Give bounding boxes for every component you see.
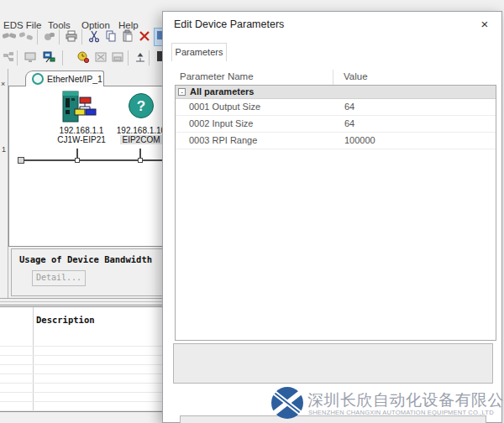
- bandwidth-title: Usage of Device Bandwidth: [19, 254, 152, 264]
- edit-device-parameters-dialog: Edit Device Parameters × Parameters Para…: [162, 11, 502, 423]
- splitter[interactable]: [0, 301, 168, 302]
- collapse-icon[interactable]: -: [178, 88, 186, 96]
- group-row-all-parameters[interactable]: - All parameters: [176, 86, 496, 99]
- docked-panel-digit: 1: [2, 145, 6, 154]
- parameter-value[interactable]: 100000: [344, 135, 375, 145]
- toolbar-separator: [59, 29, 60, 44]
- changxin-logo-icon: [270, 386, 304, 420]
- menu-bar: EDS File Tools Option Help: [0, 8, 168, 25]
- parameter-name: 0002 Input Size: [189, 118, 253, 128]
- copy-icon[interactable]: [103, 29, 118, 44]
- column-divider[interactable]: [333, 70, 333, 85]
- paste-icon[interactable]: [120, 29, 135, 44]
- toolbar-network: [0, 49, 168, 67]
- cancel-table-icon[interactable]: [93, 50, 108, 65]
- device-model: CJ1W-EIP21: [50, 135, 113, 144]
- save-table-icon[interactable]: [110, 50, 125, 65]
- cut-icon[interactable]: [87, 29, 102, 44]
- toolbar-separator: [149, 50, 150, 65]
- description-list: Description: [0, 305, 168, 412]
- network-tab-label: EtherNet/IP_1: [47, 74, 102, 84]
- table-row[interactable]: 0001 Output Size 64: [176, 99, 496, 116]
- toolbar-separator: [81, 29, 82, 44]
- toolbar-separator: [128, 50, 129, 65]
- print-icon[interactable]: [64, 29, 79, 44]
- parameter-help-box: [173, 343, 493, 384]
- close-icon[interactable]: ×: [476, 16, 493, 33]
- connect-icon[interactable]: [2, 29, 17, 44]
- network-canvas[interactable]: 192.168.1.1 CJ1W-EIP21 ? 192.168.1.10 EI…: [8, 86, 169, 247]
- upload-network-icon[interactable]: [42, 50, 57, 65]
- wizard-icon[interactable]: [42, 29, 57, 44]
- watermark: 深圳长欣自动化设备有限公司 SHENZHEN CHANGXIN AUTOMATI…: [269, 383, 504, 423]
- parameter-name: 0001 Output Size: [189, 102, 260, 112]
- device-cj1w-eip21[interactable]: 192.168.1.1 CJ1W-EIP21: [50, 88, 113, 162]
- bus-node: [75, 158, 80, 163]
- watermark-company-en: SHENZHEN CHANGXIN AUTOMATION EQUIPMENT C…: [308, 409, 494, 416]
- detail-button[interactable]: Detail...: [32, 270, 86, 286]
- column-header-parameter-name[interactable]: Parameter Name: [180, 71, 254, 81]
- parameter-name: 0003 RPI Range: [189, 135, 257, 145]
- node-up-icon[interactable]: [133, 50, 148, 65]
- table-row[interactable]: 0003 RPI Range 100000: [176, 133, 496, 149]
- parameter-value[interactable]: 64: [344, 118, 354, 128]
- bus-node: [138, 158, 143, 163]
- delete-icon[interactable]: [137, 29, 152, 44]
- tab-parameters[interactable]: Parameters: [171, 43, 227, 61]
- calc-icon[interactable]: [2, 50, 17, 65]
- table-row[interactable]: 0002 Input Size 64: [176, 116, 496, 133]
- monitor-icon[interactable]: [23, 50, 38, 65]
- edge-tool-icon[interactable]: [154, 50, 162, 65]
- network-tab[interactable]: EtherNet/IP_1: [25, 70, 104, 86]
- row-grid: [0, 337, 168, 411]
- network-bus-line: [21, 159, 169, 161]
- toolbar-main: [0, 28, 168, 46]
- column-header-value[interactable]: Value: [344, 71, 368, 81]
- toolbar-separator: [17, 50, 18, 65]
- device-ip: 192.168.1.1: [50, 126, 113, 135]
- group-label: All parameters: [190, 86, 254, 97]
- network-tab-icon: [32, 73, 44, 85]
- parameter-table: - All parameters 0001 Output Size 64 000…: [175, 85, 496, 341]
- bandwidth-panel: Usage of Device Bandwidth Detail...: [11, 248, 168, 296]
- description-column-header[interactable]: Description: [36, 315, 95, 325]
- dialog-title: Edit Device Parameters: [174, 18, 284, 30]
- splitter[interactable]: [0, 298, 168, 299]
- clock-user-icon[interactable]: [76, 50, 91, 65]
- device-label: 192.168.1.1 CJ1W-EIP21: [50, 126, 113, 144]
- bus-terminator: [18, 157, 24, 164]
- screen: EDS File Tools Option Help: [0, 0, 504, 423]
- docked-panel-close-icon[interactable]: ×: [1, 80, 5, 88]
- toolbar-separator: [37, 29, 38, 44]
- unknown-device-icon: ?: [129, 93, 154, 118]
- toolbar-separator: [62, 50, 63, 65]
- disconnect-icon[interactable]: [18, 29, 34, 44]
- plc-device-icon: [58, 90, 102, 127]
- parameter-value[interactable]: 64: [344, 102, 354, 112]
